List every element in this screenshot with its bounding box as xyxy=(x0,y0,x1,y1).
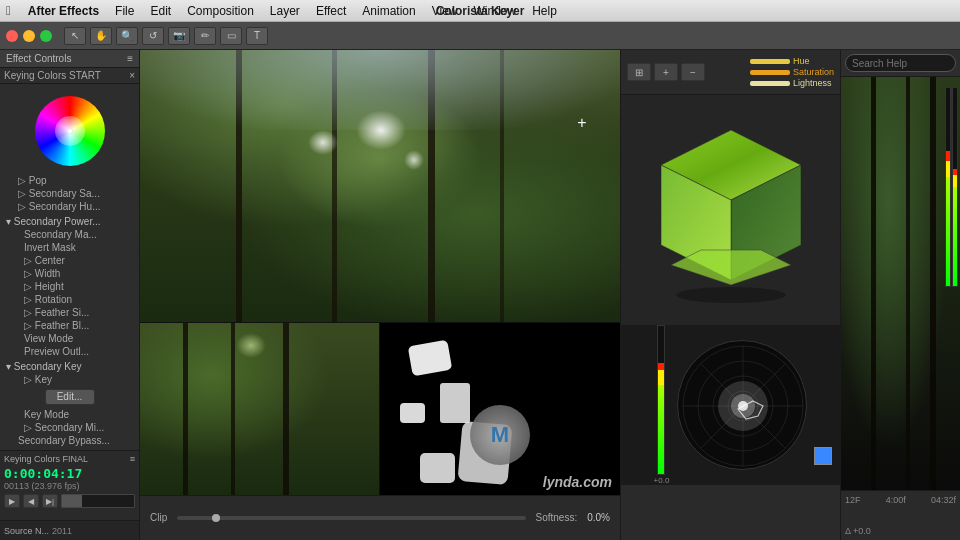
right-meter-2 xyxy=(952,87,958,287)
delta-icon: Δ xyxy=(845,526,851,536)
key-spot-2 xyxy=(440,383,470,423)
effect-invert-mask[interactable]: Invert Mask xyxy=(0,241,139,254)
rect-tool[interactable]: ▭ xyxy=(220,27,242,45)
comp-close-icon[interactable]: × xyxy=(129,70,135,81)
sm-tree-2 xyxy=(231,323,235,494)
search-area xyxy=(841,50,960,77)
effect-center[interactable]: ▷ Center xyxy=(0,254,139,267)
rv-tree-2 xyxy=(906,77,910,490)
comp-layer-name: Keying Colors START xyxy=(4,70,101,81)
vectorscope-area: +0.0 xyxy=(621,325,840,485)
step-back-button[interactable]: ◀ xyxy=(23,494,39,508)
saturation-label: Saturation xyxy=(793,67,834,77)
layer-menu[interactable]: Layer xyxy=(263,2,307,20)
effect-key[interactable]: ▷ Key xyxy=(0,373,139,386)
effect-secondary-key[interactable]: ▾ Secondary Key xyxy=(0,360,139,373)
effect-controls-panel: Effect Controls ≡ Keying Colors START × … xyxy=(0,50,140,540)
file-menu[interactable]: File xyxy=(108,2,141,20)
effect-preview-outl[interactable]: Preview Outl... xyxy=(0,345,139,358)
clip-label: Clip xyxy=(150,512,167,523)
pen-tool[interactable]: ✏ xyxy=(194,27,216,45)
svg-point-3 xyxy=(676,287,786,303)
clip-slider-thumb xyxy=(212,514,220,522)
effect-key-mode[interactable]: Key Mode xyxy=(0,408,139,421)
main-layout: Effect Controls ≡ Keying Colors START × … xyxy=(0,50,960,540)
bottom-video-row: M lynda.com xyxy=(140,322,620,494)
minus-button[interactable]: − xyxy=(681,63,705,81)
effect-secondary-mi[interactable]: ▷ Secondary Mi... xyxy=(0,421,139,434)
sm-tree-3 xyxy=(283,323,289,494)
menu-bar:  After Effects File Edit Composition La… xyxy=(0,0,960,22)
level-value: +0.0 xyxy=(654,476,670,485)
effect-rotation[interactable]: ▷ Rotation xyxy=(0,293,139,306)
grid-view-button[interactable]: ⊞ xyxy=(627,63,651,81)
timecode-display: 0:00:04:17 xyxy=(4,466,135,481)
effect-secondary-power[interactable]: ▾ Secondary Power... xyxy=(0,215,139,228)
hand-tool[interactable]: ✋ xyxy=(90,27,112,45)
app-name-menu[interactable]: After Effects xyxy=(21,2,106,20)
plus-button[interactable]: + xyxy=(654,63,678,81)
effect-menu[interactable]: Effect xyxy=(309,2,353,20)
text-tool[interactable]: T xyxy=(246,27,268,45)
search-timeline[interactable] xyxy=(61,494,135,508)
effect-feather-bl[interactable]: ▷ Feather Bl... xyxy=(0,319,139,332)
timeline-menu-icon[interactable]: ≡ xyxy=(130,454,135,464)
lightness-label: Lightness xyxy=(793,78,832,88)
color-wheel-area xyxy=(0,88,139,174)
far-right-bottom: 12F 4:00f 04:32f xyxy=(845,495,956,505)
effect-secondary-ma[interactable]: Secondary Ma... xyxy=(0,228,139,241)
effect-pop[interactable]: ▷ Pop xyxy=(0,174,139,187)
right-video-bg xyxy=(841,77,960,490)
animation-menu[interactable]: Animation xyxy=(355,2,422,20)
color-wheel[interactable] xyxy=(35,96,105,166)
minimize-button[interactable] xyxy=(23,30,35,42)
search-preview-panel: 12F 4:00f 04:32f Δ +0.0 xyxy=(840,50,960,540)
color-cube-svg xyxy=(641,110,821,310)
composition-menu[interactable]: Composition xyxy=(180,2,261,20)
svg-point-18 xyxy=(738,401,748,411)
comp-final-label: Keying Colors FINAL xyxy=(4,454,88,464)
play-button[interactable]: ▶ xyxy=(4,494,20,508)
select-tool[interactable]: ↖ xyxy=(64,27,86,45)
colorista-panel: ⊞ + − Hue Saturation Lightness xyxy=(620,50,840,540)
sm-bloom-1 xyxy=(236,333,266,358)
effect-controls-header: Effect Controls ≡ xyxy=(0,50,139,68)
toolbar: ↖ ✋ 🔍 ↺ 📷 ✏ ▭ T xyxy=(0,22,960,50)
zoom-tool[interactable]: 🔍 xyxy=(116,27,138,45)
color-indicator-box xyxy=(814,447,832,465)
maximize-button[interactable] xyxy=(40,30,52,42)
rv-tree-3 xyxy=(930,77,936,490)
clip-slider[interactable] xyxy=(177,516,525,520)
effect-view-mode[interactable]: View Mode xyxy=(0,332,139,345)
softness-label: Softness: xyxy=(536,512,578,523)
traffic-lights xyxy=(6,30,52,42)
frame-label: 4:00f xyxy=(886,495,906,505)
effect-secondary-hu[interactable]: ▷ Secondary Hu... xyxy=(0,200,139,213)
secondary-video-left[interactable] xyxy=(140,322,380,494)
edit-menu[interactable]: Edit xyxy=(143,2,178,20)
effect-controls-title: Effect Controls xyxy=(6,53,71,64)
vectorscope-circle xyxy=(677,340,807,470)
effect-secondary-bypass[interactable]: Secondary Bypass... xyxy=(0,434,139,447)
right-preview-video xyxy=(841,77,960,490)
timecode-label: 12F xyxy=(845,495,861,505)
help-menu[interactable]: Help xyxy=(525,2,564,20)
rotate-tool[interactable]: ↺ xyxy=(142,27,164,45)
effect-secondary-sa[interactable]: ▷ Secondary Sa... xyxy=(0,187,139,200)
effect-feather-si[interactable]: ▷ Feather Si... xyxy=(0,306,139,319)
step-fwd-button[interactable]: ▶| xyxy=(42,494,58,508)
camera-tool[interactable]: 📷 xyxy=(168,27,190,45)
secondary-video-right[interactable]: M lynda.com xyxy=(380,322,620,494)
right-meter-1 xyxy=(945,87,951,287)
main-video-preview[interactable]: + xyxy=(140,50,620,322)
edit-button[interactable]: Edit... xyxy=(45,389,95,405)
search-input[interactable] xyxy=(845,54,956,72)
rv-tree-1 xyxy=(871,77,876,490)
hue-bar xyxy=(750,59,790,64)
close-button[interactable] xyxy=(6,30,18,42)
effect-width[interactable]: ▷ Width xyxy=(0,267,139,280)
effect-height[interactable]: ▷ Height xyxy=(0,280,139,293)
effect-controls-menu-icon[interactable]: ≡ xyxy=(127,53,133,64)
bloom-2 xyxy=(308,130,338,155)
apple-menu[interactable]:  xyxy=(6,3,11,18)
